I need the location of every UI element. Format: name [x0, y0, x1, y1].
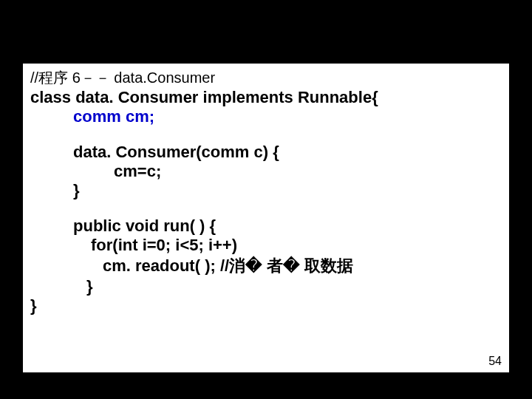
constructor-body: cm=c;	[73, 162, 502, 181]
class-close-brace: }	[30, 296, 502, 316]
constructor-close: }	[73, 181, 502, 200]
page-number: 54	[488, 355, 502, 368]
run-close: }	[73, 277, 502, 296]
field-name: cm;	[126, 107, 154, 126]
spacer	[30, 126, 502, 143]
code-box: //程序 6－－ data.Consumer class data. Consu…	[22, 63, 510, 373]
run-signature: public void run( ) {	[73, 216, 502, 236]
field-type: comm	[73, 107, 126, 126]
constructor-block: data. Consumer(comm c) { cm=c; }	[30, 143, 502, 200]
run-call: cm. readout( ); //消� 者� 取数据	[73, 255, 502, 277]
class-declaration: class data. Consumer implements Runnable…	[30, 88, 502, 107]
constructor-signature: data. Consumer(comm c) {	[73, 143, 502, 162]
spacer	[30, 200, 502, 216]
comment-line: //程序 6－－ data.Consumer	[30, 68, 502, 88]
run-for-loop: for(int i=0; i<5; i++)	[73, 236, 502, 255]
run-method-block: public void run( ) { for(int i=0; i<5; i…	[30, 216, 502, 296]
field-declaration: comm cm;	[30, 107, 502, 126]
